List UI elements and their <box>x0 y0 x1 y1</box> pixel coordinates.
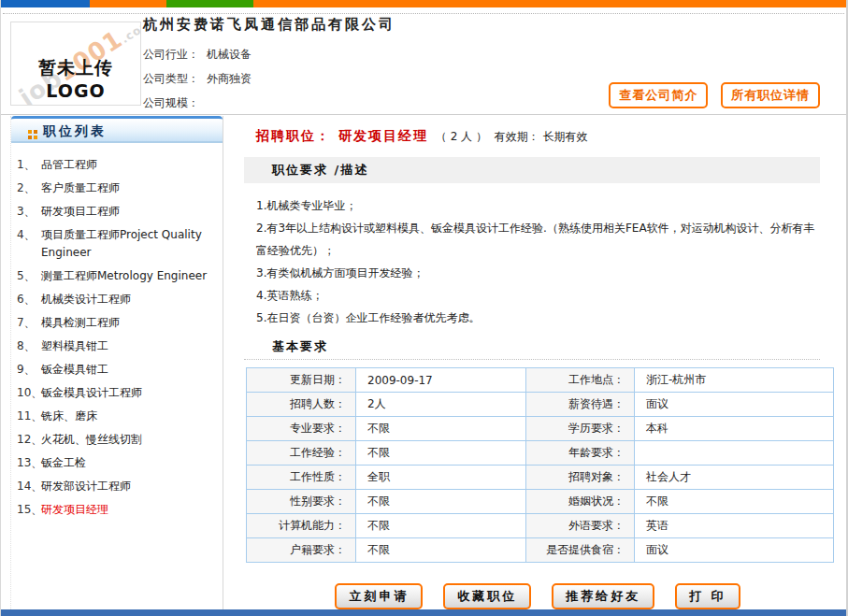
job-link[interactable]: 钣金模具钳工 <box>41 361 217 379</box>
job-link[interactable]: 研发部设计工程师 <box>41 478 217 495</box>
job-list: 1、品管工程师 2、客户质量工程师 3、研发项目工程师 4、项目质量工程师Pro… <box>11 143 223 519</box>
sidebar-job-item: 6、机械类设计工程师 <box>17 291 217 308</box>
job-title: 研发项目经理 <box>338 128 428 143</box>
recruit-position-label: 招聘职位： <box>256 128 331 143</box>
company-type-label: 公司类型： <box>143 72 199 85</box>
job-link[interactable]: 品管工程师 <box>41 156 217 174</box>
favorite-job-button[interactable]: 收藏职位 <box>443 583 531 609</box>
job-link[interactable]: 项目质量工程师Project Quality Engineer <box>41 226 217 262</box>
job-link[interactable]: 研发项目工程师 <box>41 203 217 221</box>
job-list-header: 职位列表 <box>11 116 223 143</box>
sidebar-job-item-active: 15、研发项目经理 <box>17 501 217 519</box>
validity-value: 长期有效 <box>543 130 588 143</box>
topbar-segment-blue <box>1 0 90 7</box>
field-label: 是否提供食宿： <box>526 538 635 563</box>
table-row: 招聘人数： 2人 薪资待遇： 面议 <box>247 393 834 417</box>
sidebar-job-item: 12、火花机、慢丝线切割 <box>17 431 217 449</box>
job-description: 1.机械类专业毕业； 2.有3年以上结构设计或塑料模具、钣金模具设计工作经验.（… <box>244 194 820 329</box>
headcount: （ 2 人 ） <box>436 130 487 143</box>
field-label: 工作性质： <box>247 466 356 490</box>
sidebar-job-item: 4、项目质量工程师Project Quality Engineer <box>17 226 217 262</box>
topbar-segment-orange-long <box>253 0 846 7</box>
job-link[interactable]: 机械类设计工程师 <box>41 291 217 308</box>
field-value: 本科 <box>635 417 834 441</box>
job-link[interactable]: 客户质量工程师 <box>41 179 217 197</box>
table-row: 工作性质： 全职 招聘对象： 社会人才 <box>247 466 834 490</box>
basic-requirements-table: 更新日期： 2009-09-17 工作地点： 浙江-杭州市 招聘人数： 2人 薪… <box>246 367 834 563</box>
all-jobs-detail-button[interactable]: 所有职位详情 <box>721 82 820 108</box>
description-line: 1.机械类专业毕业； <box>256 194 820 217</box>
sidebar-job-item: 8、塑料模具钳工 <box>17 337 217 355</box>
field-value: 浙江-杭州市 <box>635 368 834 393</box>
field-label: 户籍要求： <box>247 538 356 563</box>
job-list-sidebar: 职位列表 1、品管工程师 2、客户质量工程师 3、研发项目工程师 4、项目质量工… <box>1 116 223 609</box>
job-list-title: 职位列表 <box>43 123 107 138</box>
field-label: 更新日期： <box>247 368 356 393</box>
job-title-line: 招聘职位：研发项目经理 （ 2 人 ） 有效期： 长期有效 <box>244 128 820 145</box>
job-link[interactable]: 铣床、磨床 <box>41 408 217 425</box>
validity-label: 有效期： <box>495 130 539 143</box>
field-label: 工作经验： <box>247 441 356 466</box>
field-value: 不限 <box>356 417 526 441</box>
job-link[interactable]: 测量工程师Metrology Engineer <box>41 267 217 285</box>
footer-blue-bar <box>1 609 846 616</box>
sidebar-job-item: 1、品管工程师 <box>17 156 217 174</box>
page: job1001.com 暂未上传LOGO 杭州安费诺飞凤通信部品有限公司 公司行… <box>0 0 848 616</box>
action-buttons: 立刻申请 收藏职位 推荐给好友 打 印 <box>244 583 831 609</box>
job-link[interactable]: 火花机、慢丝线切割 <box>41 431 217 449</box>
sidebar-job-item: 10、钣金模具设计工程师 <box>17 384 217 402</box>
field-label: 招聘对象： <box>526 466 635 490</box>
description-line: 2.有3年以上结构设计或塑料模具、钣金模具设计工作经验.（熟练使用相关FEA软件… <box>256 217 820 262</box>
sidebar-job-item: 3、研发项目工程师 <box>17 203 217 221</box>
field-label: 年龄要求： <box>526 441 635 466</box>
requirements-section-header: 职位要求 /描述 <box>244 157 820 183</box>
job-link-active[interactable]: 研发项目经理 <box>41 501 217 519</box>
field-label: 专业要求： <box>247 417 356 441</box>
field-value: 不限 <box>356 514 526 538</box>
field-label: 招聘人数： <box>247 393 356 417</box>
field-value: 2人 <box>356 393 526 417</box>
description-line: 5.在日资（台资）企业工作经验者优先考虑。 <box>256 307 820 329</box>
field-value: 不限 <box>356 490 526 514</box>
squares-bullet-icon <box>28 130 32 134</box>
basic-requirements-header: 基本要求 <box>244 338 820 355</box>
print-button[interactable]: 打 印 <box>675 583 740 609</box>
sidebar-job-item: 11、铣床、磨床 <box>17 408 217 425</box>
sidebar-job-item: 9、钣金模具钳工 <box>17 361 217 379</box>
logo-placeholder-text: 暂未上传LOGO <box>11 56 140 101</box>
topbar-segment-orange <box>90 0 166 7</box>
job-link[interactable]: 塑料模具钳工 <box>41 337 217 355</box>
field-value: 2009-09-17 <box>356 368 526 393</box>
dotted-rule <box>244 359 820 360</box>
company-name: 杭州安费诺飞凤通信部品有限公司 <box>143 16 395 34</box>
header-buttons: 查看公司简介 所有职位详情 <box>599 82 820 108</box>
table-row: 计算机能力： 不限 外语要求： 英语 <box>247 514 834 538</box>
description-line: 4.英语熟练； <box>256 284 820 307</box>
recommend-to-friend-button[interactable]: 推荐给好友 <box>552 583 654 609</box>
field-value: 英语 <box>635 514 834 538</box>
job-link[interactable]: 钣金模具设计工程师 <box>41 384 217 402</box>
sidebar-job-item: 7、模具检测工程师 <box>17 314 217 332</box>
company-type-row: 公司类型：外商独资 <box>143 66 395 91</box>
job-link[interactable]: 模具检测工程师 <box>41 314 217 332</box>
company-logo-placeholder: job1001.com 暂未上传LOGO <box>10 21 141 106</box>
content: 职位列表 1、品管工程师 2、客户质量工程师 3、研发项目工程师 4、项目质量工… <box>1 116 846 609</box>
company-header: job1001.com 暂未上传LOGO 杭州安费诺飞凤通信部品有限公司 公司行… <box>1 14 846 115</box>
sidebar-job-item: 2、客户质量工程师 <box>17 179 217 197</box>
table-row: 户籍要求： 不限 是否提供食宿： 面议 <box>247 538 834 563</box>
field-value: 不限 <box>635 490 834 514</box>
company-size-label: 公司规模： <box>143 96 199 109</box>
field-value: 面议 <box>635 393 834 417</box>
top-color-bar <box>1 0 846 7</box>
table-row: 专业要求： 不限 学历要求： 本科 <box>247 417 834 441</box>
company-industry-value: 机械设备 <box>207 48 252 61</box>
sidebar-job-item: 14、研发部设计工程师 <box>17 478 217 495</box>
sidebar-job-item: 13、钣金工检 <box>17 454 217 472</box>
view-company-profile-button[interactable]: 查看公司简介 <box>609 82 708 108</box>
company-size-row: 公司规模： <box>143 91 395 115</box>
apply-now-button[interactable]: 立刻申请 <box>335 583 423 609</box>
job-link[interactable]: 钣金工检 <box>41 454 217 472</box>
field-label: 薪资待遇： <box>526 393 635 417</box>
field-value: 全职 <box>356 466 526 490</box>
field-value: 不限 <box>356 538 526 563</box>
